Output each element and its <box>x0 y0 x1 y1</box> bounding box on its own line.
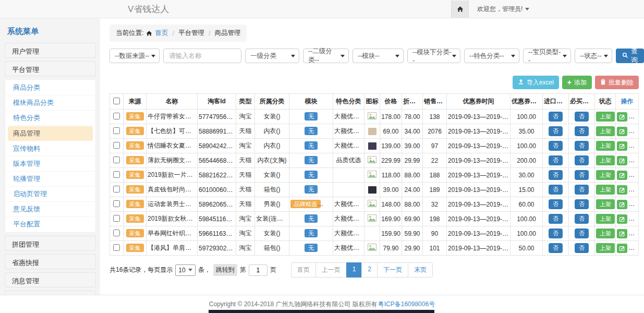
edit-button[interactable] <box>617 185 627 195</box>
mustbuy-toggle-button[interactable]: 否 <box>575 243 589 253</box>
per-page-value: 10 <box>178 267 185 274</box>
sidebar-item[interactable]: 商品分类 <box>5 80 95 95</box>
sidebar-sections: 用户管理平台管理商品分类模块商品分类特色分类商品管理宣传物料版本管理轮播管理启动… <box>5 43 96 313</box>
pagination-button[interactable]: 1 <box>346 262 362 278</box>
level2-category-select[interactable]: --二级分类-- <box>303 49 349 63</box>
sidebar-item[interactable]: 轮播管理 <box>5 172 95 187</box>
mustbuy-toggle-button[interactable]: 否 <box>575 228 589 238</box>
import-toggle-button[interactable]: 否 <box>549 170 563 180</box>
item-type-select[interactable]: --宝贝类型-- <box>523 49 571 63</box>
sidebar-section[interactable]: 拼团管理 <box>5 236 96 251</box>
sales-count: 198 <box>423 212 447 226</box>
import-toggle-button[interactable]: 否 <box>549 185 563 195</box>
col-module: 无 <box>289 124 333 139</box>
edit-button[interactable] <box>617 244 627 253</box>
discount-price: 78.00 <box>402 110 423 124</box>
user-dropdown[interactable]: 欢迎您，管理员! <box>477 5 529 14</box>
status-button[interactable]: 上架 <box>596 243 615 253</box>
pagination-button[interactable]: 末页 <box>408 262 433 278</box>
pagination-button[interactable]: 下一页 <box>377 262 408 278</box>
sidebar-item[interactable]: 平台配置 <box>5 217 95 232</box>
col-operations <box>616 124 639 139</box>
row-checkbox[interactable] <box>113 186 120 192</box>
level1-category-select[interactable]: 一级分类 <box>245 49 299 63</box>
row-checkbox[interactable] <box>113 156 120 163</box>
row-checkbox[interactable] <box>113 171 120 178</box>
import-excel-button[interactable]: 导入excel <box>513 76 559 89</box>
status-button[interactable]: 上架 <box>596 185 615 195</box>
edit-button[interactable] <box>617 171 627 180</box>
row-checkbox[interactable] <box>113 230 120 236</box>
page-number-input[interactable] <box>249 264 268 276</box>
edit-button[interactable] <box>617 229 627 238</box>
row-checkbox[interactable] <box>113 244 120 251</box>
status-button[interactable]: 上架 <box>596 214 615 224</box>
sidebar-item[interactable]: 版本管理 <box>5 156 95 172</box>
sidebar-item[interactable]: 商品管理 <box>8 126 93 141</box>
import-toggle-button[interactable]: 否 <box>549 199 563 209</box>
icp-link[interactable]: 粤ICP备16098006号 <box>378 300 435 309</box>
module-subcategory-select[interactable]: --模块下分类-- <box>407 49 460 63</box>
import-toggle-button[interactable]: 否 <box>549 126 563 136</box>
import-toggle-button[interactable]: 否 <box>549 155 563 165</box>
mustbuy-toggle-button[interactable]: 否 <box>575 170 589 180</box>
status-button[interactable]: 上架 <box>596 199 615 209</box>
mustbuy-toggle-button[interactable]: 否 <box>575 185 589 195</box>
sidebar-section[interactable]: 平台管理 <box>5 61 96 76</box>
edit-button[interactable] <box>617 127 627 136</box>
row-checkbox[interactable] <box>113 142 120 149</box>
sidebar-item[interactable]: 模块商品分类 <box>5 95 95 111</box>
breadcrumb-separator: / <box>172 30 174 37</box>
import-toggle-button[interactable]: 否 <box>549 112 563 122</box>
status-button[interactable]: 上架 <box>596 141 615 151</box>
import-toggle-button[interactable]: 否 <box>549 243 563 253</box>
edit-button[interactable] <box>617 156 627 165</box>
row-checkbox[interactable] <box>113 127 120 134</box>
status-button[interactable]: 上架 <box>596 170 615 180</box>
per-page-select[interactable]: 10 <box>175 264 195 276</box>
import-toggle-button[interactable]: 否 <box>549 228 563 238</box>
sidebar-item[interactable]: 启动页管理 <box>5 187 95 202</box>
breadcrumb-home-link[interactable]: 首页 <box>155 29 168 38</box>
pagination-button[interactable]: 上一页 <box>315 262 347 278</box>
name-input[interactable] <box>163 49 241 63</box>
sidebar-section[interactable]: 消息管理 <box>5 272 96 287</box>
row-checkbox[interactable] <box>113 215 120 222</box>
status-select[interactable]: --状态-- <box>575 49 612 63</box>
row-checkbox[interactable] <box>113 113 120 119</box>
search-button[interactable]: 查询 <box>616 49 644 63</box>
import-toggle-button[interactable]: 否 <box>549 141 563 151</box>
status-button[interactable]: 上架 <box>596 155 615 165</box>
status-button[interactable]: 上架 <box>596 112 615 122</box>
select-all-checkbox[interactable] <box>113 98 120 104</box>
edit-button[interactable] <box>617 112 627 122</box>
batch-delete-button[interactable]: 批量删除 <box>595 76 639 89</box>
sidebar-section[interactable]: 省惠快报 <box>5 254 96 269</box>
sidebar-section[interactable]: 用户管理 <box>5 43 96 58</box>
status-button[interactable]: 上架 <box>596 126 615 136</box>
header-home-button[interactable] <box>451 1 469 18</box>
pagination-button[interactable]: 2 <box>361 262 378 278</box>
feature-category-select[interactable]: --特色分类-- <box>464 49 519 63</box>
add-button[interactable]: + 添加 <box>562 76 592 89</box>
header-right: 欢迎您，管理员! <box>451 0 529 18</box>
module-select[interactable]: --模块-- <box>353 49 404 63</box>
status-button[interactable]: 上架 <box>596 228 615 238</box>
mustbuy-toggle-button[interactable]: 否 <box>575 199 589 209</box>
pagination-button[interactable]: 首页 <box>291 262 316 278</box>
row-checkbox[interactable] <box>113 200 120 207</box>
mustbuy-toggle-button[interactable]: 否 <box>575 214 589 224</box>
mustbuy-toggle-button[interactable]: 否 <box>575 141 589 151</box>
sidebar-item[interactable]: 宣传物料 <box>5 141 95 156</box>
edit-button[interactable] <box>617 141 627 151</box>
data-source-select[interactable]: --数据来源-- <box>110 49 160 63</box>
edit-button[interactable] <box>617 200 627 209</box>
import-toggle-button[interactable]: 否 <box>549 214 563 224</box>
sidebar-item[interactable]: 特色分类 <box>5 111 95 126</box>
mustbuy-toggle-button[interactable]: 否 <box>575 126 589 136</box>
edit-button[interactable] <box>617 214 627 224</box>
platform-type: 淘宝 <box>236 139 255 153</box>
mustbuy-toggle-button[interactable]: 否 <box>575 112 589 122</box>
mustbuy-toggle-button[interactable]: 否 <box>575 155 589 165</box>
sidebar-item[interactable]: 意见反馈 <box>5 202 95 217</box>
